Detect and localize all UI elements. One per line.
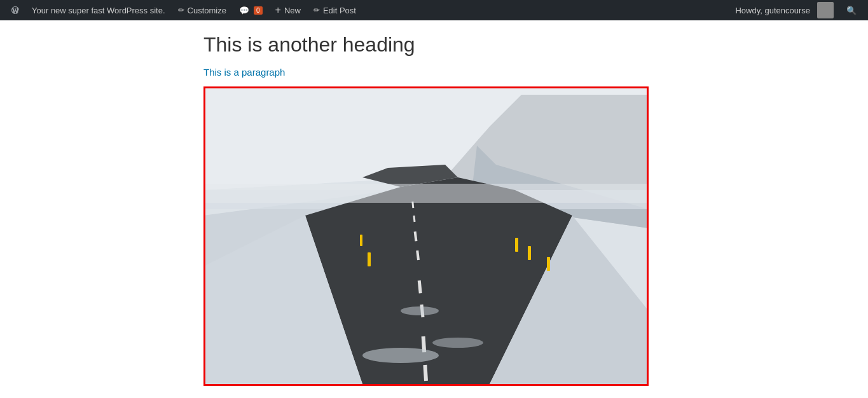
page-wrapper: This is another heading This is a paragr… — [0, 20, 868, 398]
svg-point-20 — [362, 348, 439, 363]
paragraph-link[interactable]: This is a paragraph — [203, 67, 680, 78]
svg-rect-23 — [205, 184, 647, 203]
page-heading: This is another heading — [203, 33, 680, 57]
edit-icon: ✏ — [313, 6, 320, 15]
new-label: New — [284, 6, 301, 15]
comments-link[interactable]: 💬 0 — [233, 0, 269, 20]
svg-point-21 — [432, 338, 483, 348]
svg-rect-18 — [528, 246, 531, 260]
svg-rect-16 — [360, 235, 362, 246]
site-name-link[interactable]: Your new super fast WordPress site. — [25, 0, 172, 20]
customize-link[interactable]: ✏ Customize — [172, 0, 233, 20]
user-menu[interactable]: Howdy, gutencourse — [729, 0, 840, 20]
howdy-text: Howdy, gutencourse — [735, 6, 810, 15]
comment-bubble-icon: 💬 — [239, 6, 249, 15]
edit-post-link[interactable]: ✏ Edit Post — [307, 0, 362, 20]
search-icon: 🔍 — [846, 6, 857, 15]
edit-post-label: Edit Post — [323, 6, 356, 15]
admin-bar-left: Your new super fast WordPress site. ✏ Cu… — [5, 0, 729, 20]
customize-label: Customize — [188, 6, 226, 15]
image-container — [203, 86, 649, 386]
new-content-link[interactable]: + New — [269, 0, 307, 20]
svg-rect-19 — [547, 257, 550, 271]
admin-bar: Your new super fast WordPress site. ✏ Cu… — [0, 0, 868, 20]
road-image — [205, 88, 647, 384]
admin-bar-right: Howdy, gutencourse 🔍 — [729, 0, 863, 20]
content-area: This is another heading This is a paragr… — [203, 33, 680, 398]
svg-rect-15 — [368, 252, 371, 266]
plus-icon: + — [275, 4, 281, 16]
search-button[interactable]: 🔍 — [840, 0, 863, 20]
svg-point-22 — [401, 306, 439, 315]
svg-rect-17 — [515, 238, 518, 252]
customize-icon: ✏ — [178, 6, 184, 15]
comment-count: 0 — [254, 6, 263, 15]
avatar — [817, 2, 834, 18]
site-name-text: Your new super fast WordPress site. — [32, 6, 165, 15]
wp-logo[interactable] — [5, 0, 25, 20]
